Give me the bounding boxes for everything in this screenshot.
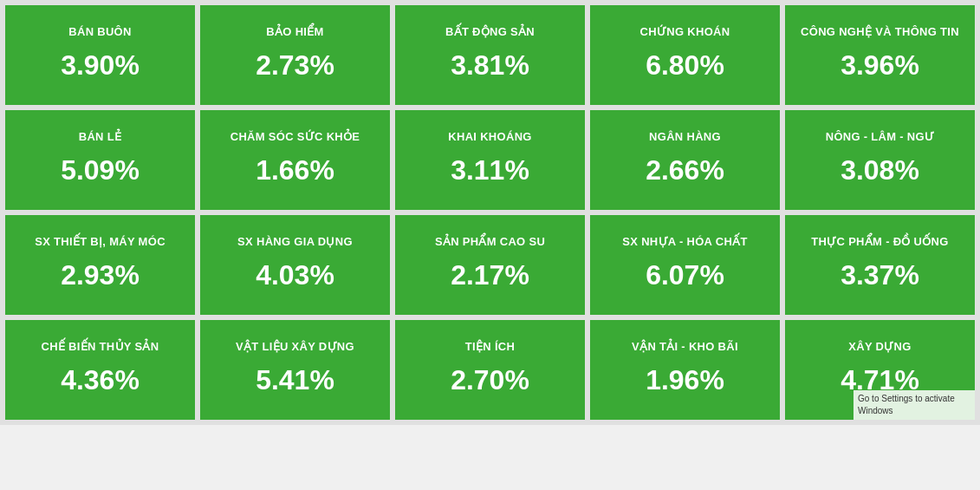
card-title-sx-nhua-hoa-chat: SX NHỰA - HÓA CHẤT <box>622 235 747 250</box>
card-tien-ich: TIỆN ÍCH 2.70% <box>395 320 585 420</box>
card-bao-hiem: BẢO HIỂM 2.73% <box>200 5 390 105</box>
card-title-khai-khoang: KHAI KHOÁNG <box>448 130 531 145</box>
card-title-sx-hang-gia-dung: SX HÀNG GIA DỤNG <box>237 235 353 250</box>
card-sx-nhua-hoa-chat: SX NHỰA - HÓA CHẤT 6.07% <box>590 215 780 315</box>
card-ban-le: BÁN LẺ 5.09% <box>5 110 195 210</box>
card-title-thuc-pham: THỰC PHẨM - ĐỒ UỐNG <box>811 235 948 250</box>
card-value-sx-thiet-bi: 2.93% <box>61 259 140 291</box>
card-bat-dong-san: BẤT ĐỘNG SẢN 3.81% <box>395 5 585 105</box>
card-title-chung-khoan: CHỨNG KHOÁN <box>640 25 730 40</box>
card-value-ban-le: 5.09% <box>61 154 140 186</box>
card-title-ban-le: BÁN LẺ <box>79 130 122 145</box>
card-khai-khoang: KHAI KHOÁNG 3.11% <box>395 110 585 210</box>
card-title-bao-hiem: BẢO HIỂM <box>266 25 323 40</box>
card-value-sx-nhua-hoa-chat: 6.07% <box>646 259 724 291</box>
card-thuc-pham: THỰC PHẨM - ĐỒ UỐNG 3.37% <box>785 215 975 315</box>
card-title-bat-dong-san: BẤT ĐỘNG SẢN <box>445 25 535 40</box>
card-cham-soc: CHĂM SÓC SỨC KHỎE 1.66% <box>200 110 390 210</box>
card-nong-lam-ngu: NÔNG - LÂM - NGƯ 3.08% <box>785 110 975 210</box>
card-value-van-tai-kho-bai: 1.96% <box>646 364 724 396</box>
card-value-bat-dong-san: 3.81% <box>451 49 529 82</box>
card-title-ban-buon: BÁN BUÔN <box>68 25 131 40</box>
card-value-chung-khoan: 6.80% <box>646 49 724 82</box>
card-title-van-tai-kho-bai: VẬN TẢI - KHO BÃI <box>632 340 738 355</box>
card-xay-dung: XÂY DỰNG 4.71% Go to Settings to activat… <box>785 320 975 420</box>
card-value-cong-nghe: 3.96% <box>840 49 919 82</box>
card-value-bao-hiem: 2.73% <box>256 49 334 82</box>
main-grid: BÁN BUÔN 3.90% BẢO HIỂM 2.73% BẤT ĐỘNG S… <box>0 0 980 425</box>
card-title-xay-dung: XÂY DỰNG <box>848 340 911 355</box>
card-value-san-pham-cao-su: 2.17% <box>451 259 529 291</box>
card-value-nong-lam-ngu: 3.08% <box>840 154 919 186</box>
card-value-ngan-hang: 2.66% <box>646 154 724 186</box>
card-title-ngan-hang: NGÂN HÀNG <box>649 130 721 145</box>
card-ban-buon: BÁN BUÔN 3.90% <box>5 5 195 105</box>
card-sx-hang-gia-dung: SX HÀNG GIA DỤNG 4.03% <box>200 215 390 315</box>
card-title-che-bien-thuy-san: CHẾ BIẾN THỦY SẢN <box>42 340 159 355</box>
card-van-tai-kho-bai: VẬN TẢI - KHO BÃI 1.96% <box>590 320 780 420</box>
card-value-cham-soc: 1.66% <box>256 154 334 186</box>
card-value-sx-hang-gia-dung: 4.03% <box>256 259 334 291</box>
card-value-che-bien-thuy-san: 4.36% <box>61 364 140 396</box>
card-sx-thiet-bi: SX THIẾT BỊ, MÁY MÓC 2.93% <box>5 215 195 315</box>
card-value-vat-lieu-xay-dung: 5.41% <box>256 364 334 396</box>
card-title-san-pham-cao-su: SẢN PHẨM CAO SU <box>435 235 545 250</box>
card-title-nong-lam-ngu: NÔNG - LÂM - NGƯ <box>826 130 935 145</box>
card-value-tien-ich: 2.70% <box>451 364 529 396</box>
card-title-sx-thiet-bi: SX THIẾT BỊ, MÁY MÓC <box>35 235 165 250</box>
card-vat-lieu-xay-dung: VẬT LIỆU XÂY DỰNG 5.41% <box>200 320 390 420</box>
card-title-tien-ich: TIỆN ÍCH <box>465 340 515 355</box>
card-value-thuc-pham: 3.37% <box>840 259 919 291</box>
windows-activation-text: Go to Settings to activate Windows <box>858 394 955 415</box>
card-title-cong-nghe: CÔNG NGHỆ VÀ THÔNG TIN <box>801 25 959 40</box>
card-title-vat-lieu-xay-dung: VẬT LIỆU XÂY DỰNG <box>236 340 354 355</box>
card-ngan-hang: NGÂN HÀNG 2.66% <box>590 110 780 210</box>
card-che-bien-thuy-san: CHẾ BIẾN THỦY SẢN 4.36% <box>5 320 195 420</box>
card-value-ban-buon: 3.90% <box>61 49 140 82</box>
windows-activation-overlay: Go to Settings to activate Windows <box>853 390 975 420</box>
card-chung-khoan: CHỨNG KHOÁN 6.80% <box>590 5 780 105</box>
card-san-pham-cao-su: SẢN PHẨM CAO SU 2.17% <box>395 215 585 315</box>
card-cong-nghe: CÔNG NGHỆ VÀ THÔNG TIN 3.96% <box>785 5 975 105</box>
card-title-cham-soc: CHĂM SÓC SỨC KHỎE <box>230 130 360 145</box>
card-value-khai-khoang: 3.11% <box>451 154 529 186</box>
